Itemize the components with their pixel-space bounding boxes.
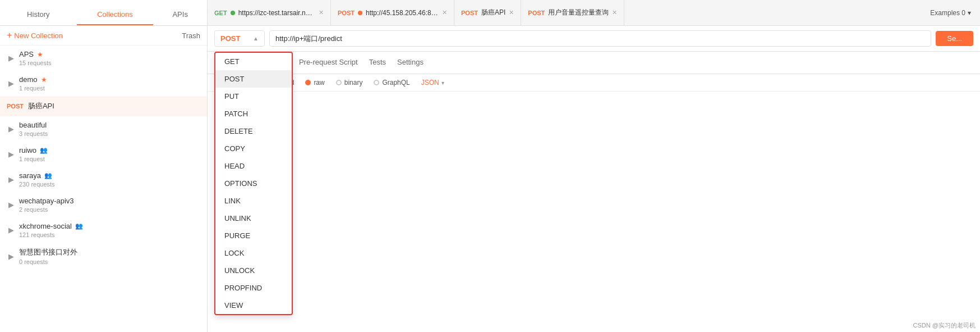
chevron-up-icon: ▲ [253,35,259,42]
tab-tests[interactable]: Tests [369,52,386,73]
dropdown-item-lock[interactable]: LOCK [215,244,292,262]
sidebar-toolbar: New Collection Trash [0,26,207,46]
expand-icon: ▶ [7,175,16,184]
radio-graphql[interactable]: GraphQL [374,79,410,87]
item-count: 1 request [19,85,200,92]
close-tab-icon[interactable]: ✕ [612,9,617,16]
expand-icon: ▶ [7,226,16,235]
body-type-row: x-www-form-urlencoded raw binary GraphQL… [208,74,980,92]
list-item[interactable]: ▶ ruiwo 👥 1 request [0,142,207,167]
item-name: ruiwo 👥 [19,146,200,154]
active-request-item[interactable]: POST 肠癌API [0,96,207,116]
expand-icon: ▶ [7,201,16,210]
list-item[interactable]: ▶ 智慧图书接口对外 0 requests [0,243,207,270]
radio-binary[interactable]: binary [336,79,363,87]
tab-name: http://45.158.205.46:8062/c... [366,9,439,17]
list-item[interactable]: ▶ demo ★ 1 request [0,71,207,96]
item-info: 智慧图书接口对外 0 requests [19,247,200,265]
tab-name: 用户音量遥控量查询 [548,8,609,17]
item-info: xkchrome-social 👥 121 requests [19,222,200,238]
radio-dot-checked [305,80,311,85]
url-input[interactable] [269,30,931,47]
dropdown-item-unlock[interactable]: UNLOCK [215,262,292,279]
new-collection-button[interactable]: New Collection [7,30,63,40]
item-info: demo ★ 1 request [19,75,200,92]
item-name: wechatpay-apiv3 [19,197,200,205]
dropdown-item-link[interactable]: LINK [215,192,292,210]
item-count: 1 request [19,156,200,162]
item-info: ruiwo 👥 1 request [19,146,200,162]
tab-settings[interactable]: Settings [397,52,424,73]
close-tab-icon[interactable]: ✕ [442,9,447,16]
request-tab[interactable]: POST 肠癌API ✕ [454,0,521,25]
trash-button[interactable]: Trash [182,31,200,40]
dropdown-item-put[interactable]: PUT [215,88,292,105]
dropdown-item-unlink[interactable]: UNLINK [215,210,292,227]
dropdown-item-options[interactable]: OPTIONS [215,175,292,192]
dropdown-item-purge[interactable]: PURGE [215,227,292,244]
dropdown-item-patch[interactable]: PATCH [215,105,292,122]
method-dropdown-menu: GET POST PUT PATCH DELETE COPY HEAD OPTI… [214,52,293,315]
request-tab[interactable]: POST 用户音量遥控量查询 ✕ [521,0,624,25]
tab-apis[interactable]: APIs [153,4,207,25]
code-line: ng" [217,111,971,124]
request-tabs-bar: GET https://izc-test.tarsair.net/cn/c...… [208,0,980,26]
item-name: xkchrome-social 👥 [19,222,200,230]
expand-icon: ▶ [7,79,16,88]
close-tab-icon[interactable]: ✕ [509,9,514,16]
dot-indicator [358,11,362,15]
main-content: GET https://izc-test.tarsair.net/cn/c...… [208,0,980,332]
expand-icon: ▶ [7,125,16,134]
method-dropdown[interactable]: POST ▲ [214,30,265,47]
tab-collections[interactable]: Collections [77,4,154,25]
dropdown-item-get[interactable]: GET [215,53,292,70]
dot-indicator [231,11,235,15]
body-tabs: Headers (9) Body Pre-request Script Test… [208,52,980,74]
request-tab[interactable]: POST http://45.158.205.46:8062/c... ✕ [331,0,454,25]
tab-history[interactable]: History [0,4,77,25]
dropdown-item-view[interactable]: VIEW [215,297,292,314]
list-item[interactable]: ▶ beautiful 3 requests [0,116,207,142]
close-tab-icon[interactable]: ✕ [319,9,324,16]
code-area: "值", ng" [208,92,980,332]
list-item[interactable]: ▶ APS ★ 15 requests [0,46,207,71]
method-badge: POST [7,103,24,110]
examples-button[interactable]: Examples 0 ▾ [921,9,980,17]
dropdown-item-head[interactable]: HEAD [215,157,292,175]
item-count: 2 requests [19,206,200,213]
method-tag: POST [461,10,478,16]
item-count: 3 requests [19,130,200,137]
request-tab[interactable]: GET https://izc-test.tarsair.net/cn/c...… [208,0,331,25]
dropdown-item-propfind[interactable]: PROPFIND [215,279,292,297]
item-count: 0 requests [19,258,200,265]
chevron-down-icon: ▾ [968,9,971,17]
method-tag: GET [214,10,227,16]
item-info: saraya 👥 230 requests [19,171,200,188]
footer-text: CSDN @实习的老司机 [909,319,980,332]
item-count: 15 requests [19,60,200,66]
tab-prerequest[interactable]: Pre-request Script [299,52,358,73]
star-icon: ★ [41,76,47,84]
send-button[interactable]: Se... [936,31,973,46]
code-line: "值", [217,98,971,111]
json-format-selector[interactable]: JSON ▾ [421,79,444,87]
request-name: 肠癌API [28,101,54,111]
dropdown-item-delete[interactable]: DELETE [215,122,292,140]
dropdown-item-post[interactable]: POST [215,70,292,88]
json-badge: JSON [421,79,439,87]
team-icon: 👥 [40,147,48,154]
list-item[interactable]: ▶ saraya 👥 230 requests [0,167,207,192]
dropdown-item-copy[interactable]: COPY [215,140,292,157]
expand-icon: ▶ [7,54,16,63]
item-info: beautiful 3 requests [19,121,200,137]
tab-name: 肠癌API [481,8,505,17]
tab-name: https://izc-test.tarsair.net/cn/c... [238,9,315,17]
star-icon: ★ [37,51,43,58]
expand-icon: ▶ [7,150,16,159]
radio-raw[interactable]: raw [305,79,324,87]
item-count: 121 requests [19,231,200,238]
list-item[interactable]: ▶ wechatpay-apiv3 2 requests [0,192,207,217]
list-item[interactable]: ▶ xkchrome-social 👥 121 requests [0,217,207,243]
team-icon: 👥 [44,172,52,179]
item-info: APS ★ 15 requests [19,50,200,66]
